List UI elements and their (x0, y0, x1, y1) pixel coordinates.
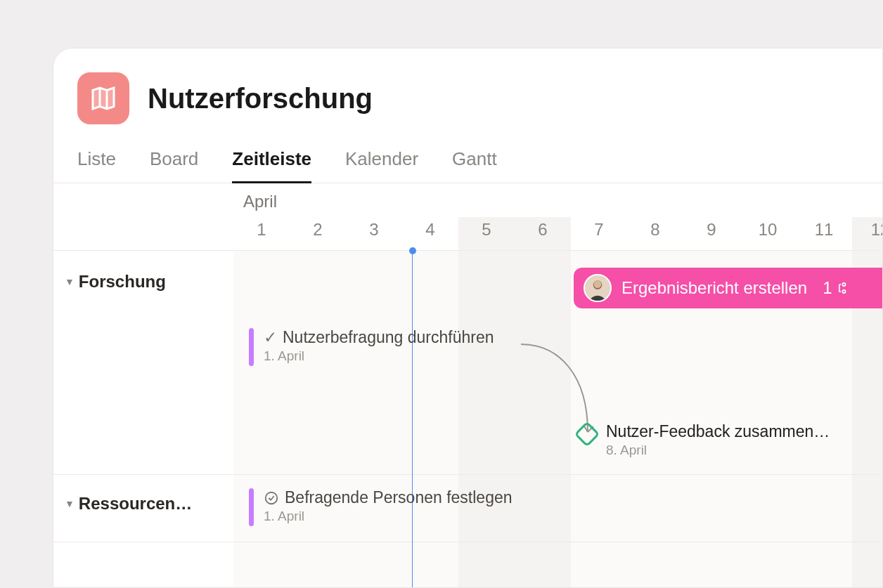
view-tabs: Liste Board Zeitleiste Kalender Gantt (53, 124, 882, 183)
project-icon[interactable] (77, 72, 129, 124)
subtask-icon (835, 281, 849, 295)
tab-timeline[interactable]: Zeitleiste (232, 148, 311, 183)
task-date: 1. April (264, 348, 494, 364)
chevron-down-icon: ▼ (65, 498, 75, 509)
task-bar-report[interactable]: Ergebnisbericht erstellen 1 (574, 268, 883, 308)
task-accent-bar (249, 488, 254, 526)
check-icon: ✓ (264, 328, 277, 347)
day-1[interactable]: 1 (233, 217, 290, 240)
weekend-shade (458, 217, 571, 588)
task-date: 8. April (606, 443, 830, 458)
tab-calendar[interactable]: Kalender (345, 148, 418, 183)
svg-point-3 (842, 283, 845, 286)
app-window: Nutzerforschung Liste Board Zeitleiste K… (53, 48, 883, 588)
milestone-diamond-icon (574, 422, 600, 447)
task-title: Befragende Personen festlegen (285, 488, 513, 507)
subtask-count: 1 (823, 278, 832, 298)
day-8[interactable]: 8 (627, 217, 683, 240)
circle-check-icon (264, 490, 279, 506)
task-feedback[interactable]: Nutzer-Feedback zusammen… 8. April (578, 422, 830, 458)
avatar-person-icon (585, 274, 610, 302)
day-header-row: 1 2 3 4 5 6 7 8 9 10 11 12 (53, 217, 882, 251)
svg-point-4 (842, 290, 845, 293)
today-dot-icon (409, 247, 416, 254)
task-survey[interactable]: ✓ Nutzerbefragung durchführen 1. April (249, 328, 494, 366)
month-label: April (243, 192, 277, 211)
group-name: Ressourcen… (79, 494, 192, 514)
day-4[interactable]: 4 (402, 217, 458, 240)
group-toggle-ressourcen[interactable]: ▼ Ressourcen… (65, 494, 192, 514)
day-5[interactable]: 5 (458, 217, 515, 240)
tab-gantt[interactable]: Gantt (452, 148, 497, 183)
task-title: Nutzer-Feedback zusammen… (606, 422, 830, 441)
group-toggle-forschung[interactable]: ▼ Forschung (65, 272, 166, 292)
task-interviewers[interactable]: Befragende Personen festlegen 1. April (249, 488, 513, 526)
task-date: 1. April (264, 509, 513, 524)
svg-point-5 (266, 492, 278, 504)
row-divider-2 (53, 542, 882, 542)
assignee-avatar[interactable] (584, 274, 612, 302)
day-7[interactable]: 7 (571, 217, 627, 240)
day-2[interactable]: 2 (290, 217, 346, 240)
day-9[interactable]: 9 (683, 217, 740, 240)
map-icon (89, 84, 117, 112)
task-title: Ergebnisbericht erstellen (621, 278, 807, 298)
day-3[interactable]: 3 (346, 217, 402, 240)
timeline-view: April 1 2 3 4 5 6 7 8 9 10 11 12 ▼ Forsc… (53, 183, 882, 588)
project-header: Nutzerforschung (53, 48, 882, 124)
today-indicator (412, 251, 413, 588)
day-12[interactable]: 12 (852, 217, 883, 240)
day-11[interactable]: 11 (796, 217, 852, 240)
row-divider (53, 474, 882, 475)
tab-list[interactable]: Liste (77, 148, 116, 183)
group-name: Forschung (79, 272, 166, 292)
day-10[interactable]: 10 (740, 217, 796, 240)
project-title: Nutzerforschung (148, 83, 373, 115)
svg-point-2 (594, 280, 602, 288)
day-6[interactable]: 6 (515, 217, 571, 240)
tab-board[interactable]: Board (150, 148, 198, 183)
task-title: Nutzerbefragung durchführen (283, 328, 494, 347)
chevron-down-icon: ▼ (65, 276, 75, 287)
subtask-indicator[interactable]: 1 (823, 278, 849, 298)
task-accent-bar (249, 328, 254, 366)
